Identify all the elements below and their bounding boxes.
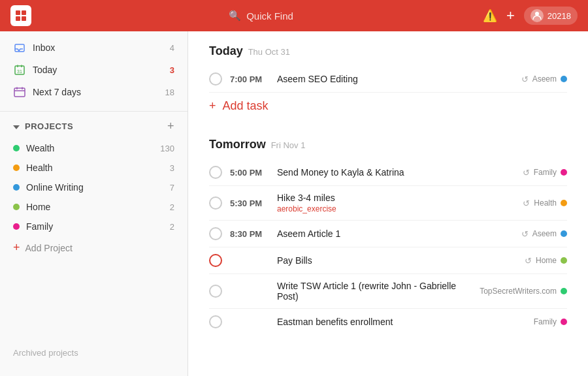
task-name: Write TSW Article 1 (rewrite John - Gabr… [277, 281, 472, 302]
project-item-health[interactable]: Health 3 [0, 158, 188, 178]
today-count: 3 [170, 65, 174, 75]
add-project-icon[interactable]: + [167, 119, 174, 133]
user-icon [531, 9, 544, 22]
task-dot [561, 169, 567, 176]
add-task-row[interactable]: + Add task [209, 93, 567, 119]
today-title: Today [209, 44, 243, 58]
task-meta: TopSecretWriters.com [480, 287, 567, 296]
archived-projects[interactable]: Archived projects [0, 337, 188, 368]
health-count: 3 [170, 163, 174, 173]
inbox-icon [13, 41, 26, 54]
task-checkbox[interactable] [209, 72, 222, 86]
add-task-label: Add task [223, 99, 269, 113]
table-row: Eastman benefits enrollment Family [209, 309, 567, 335]
inbox-count: 4 [170, 43, 174, 53]
task-label: Health [534, 198, 557, 208]
table-row: 5:30 PM Hike 3-4 miles aerobic_exercise … [209, 186, 567, 221]
task-name: Aseem SEO Editing [277, 74, 514, 84]
project-item-family[interactable]: Family 2 [0, 217, 188, 236]
online-writing-dot [13, 184, 20, 191]
user-score-widget[interactable]: 20218 [524, 7, 578, 25]
app-logo[interactable] [10, 5, 31, 26]
next7-count: 18 [165, 87, 174, 97]
inbox-label: Inbox [33, 42, 163, 53]
table-row: Pay Bills ↺ Home [209, 247, 567, 274]
today-section-header: Today Thu Oct 31 [209, 44, 567, 58]
health-label: Health [26, 163, 163, 173]
task-name: Eastman benefits enrollment [277, 317, 526, 327]
task-dot [561, 200, 567, 206]
add-project-plus-icon: + [13, 241, 20, 255]
task-checkbox-priority[interactable] [209, 254, 222, 267]
sidebar: Inbox 4 31 Today 3 [0, 31, 188, 376]
task-label: Aseem [532, 74, 557, 84]
repeat-icon: ↺ [525, 256, 532, 266]
task-meta: ↺ Aseem [521, 74, 567, 84]
warning-icon[interactable]: ⚠️ [483, 8, 497, 23]
tomorrow-section-header: Tomorrow Fri Nov 1 [209, 138, 567, 151]
archived-label: Archived projects [13, 348, 78, 358]
task-checkbox[interactable] [209, 315, 222, 328]
task-label: Home [536, 256, 557, 265]
add-task-plus-icon: + [209, 99, 216, 113]
search-bar[interactable]: 🔍 Quick Find [39, 10, 483, 22]
add-button[interactable]: + [506, 7, 515, 24]
task-time: 7:00 PM [230, 74, 269, 84]
repeat-icon: ↺ [523, 168, 530, 178]
chevron-icon [13, 121, 20, 131]
online-writing-label: Online Writing [26, 182, 163, 193]
svg-point-4 [535, 12, 539, 16]
repeat-icon: ↺ [523, 198, 530, 208]
svg-rect-10 [14, 88, 25, 97]
sidebar-item-next7[interactable]: Next 7 days 18 [0, 81, 188, 103]
task-info: Send Money to Kayla & Katrina [277, 167, 515, 178]
task-checkbox[interactable] [209, 166, 222, 179]
task-info: Pay Bills [277, 255, 517, 266]
svg-rect-0 [16, 10, 20, 15]
repeat-icon: ↺ [521, 229, 529, 239]
main-content: Today Thu Oct 31 7:00 PM Aseem SEO Editi… [188, 31, 588, 376]
projects-label: Projects [25, 121, 167, 131]
main-layout: Inbox 4 31 Today 3 [0, 31, 588, 376]
today-date: Thu Oct 31 [248, 47, 290, 57]
task-dot [561, 319, 567, 325]
wealth-dot [13, 145, 20, 151]
task-meta: ↺ Home [525, 256, 567, 266]
task-checkbox[interactable] [209, 227, 222, 240]
task-name: Pay Bills [277, 255, 517, 266]
add-project-label: Add Project [25, 243, 73, 253]
task-checkbox[interactable] [209, 285, 222, 298]
svg-rect-1 [22, 10, 26, 15]
next7-label: Next 7 days [33, 87, 159, 97]
sidebar-item-today[interactable]: 31 Today 3 [0, 59, 188, 81]
svg-rect-3 [22, 16, 26, 21]
home-label: Home [26, 202, 163, 212]
next7-icon [13, 86, 26, 99]
table-row: 7:00 PM Aseem SEO Editing ↺ Aseem [209, 66, 567, 93]
sidebar-item-inbox[interactable]: Inbox 4 [0, 37, 188, 59]
task-label: Family [534, 317, 557, 326]
repeat-icon: ↺ [521, 74, 529, 84]
project-item-wealth[interactable]: Wealth 130 [0, 138, 188, 158]
tomorrow-title: Tomorrow [209, 138, 266, 151]
family-count: 2 [170, 222, 174, 232]
task-checkbox[interactable] [209, 196, 222, 210]
projects-header: Projects + [0, 114, 188, 138]
task-label: Family [534, 168, 557, 177]
task-time: 8:30 PM [230, 229, 269, 239]
task-meta: ↺ Health [523, 198, 567, 208]
add-project-row[interactable]: + Add Project [0, 236, 188, 259]
wealth-count: 130 [160, 144, 174, 153]
task-time: 5:30 PM [230, 198, 269, 208]
search-label: Quick Find [246, 10, 293, 22]
online-writing-count: 7 [170, 183, 174, 193]
health-dot [13, 164, 20, 171]
wealth-label: Wealth [26, 143, 154, 153]
project-item-online-writing[interactable]: Online Writing 7 [0, 178, 188, 197]
task-label: TopSecretWriters.com [480, 287, 557, 296]
task-info: Write TSW Article 1 (rewrite John - Gabr… [277, 281, 472, 302]
user-score: 20218 [547, 11, 571, 21]
header-actions: ⚠️ + 20218 [483, 7, 578, 25]
project-item-home[interactable]: Home 2 [0, 197, 188, 217]
task-info: Hike 3-4 miles aerobic_exercise [277, 193, 515, 213]
